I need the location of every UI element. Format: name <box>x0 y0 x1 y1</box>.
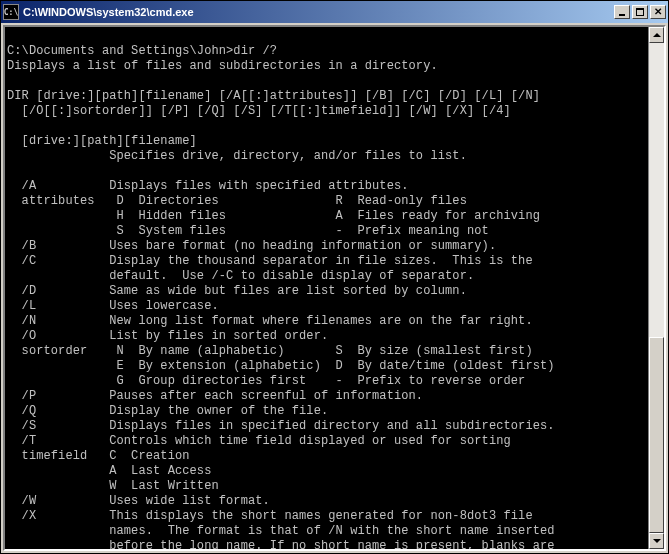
window-title: C:\WINDOWS\system32\cmd.exe <box>23 6 612 18</box>
maximize-button[interactable] <box>632 5 648 19</box>
scroll-down-button[interactable] <box>649 533 664 549</box>
svg-rect-1 <box>637 10 644 16</box>
scroll-track[interactable] <box>649 43 664 533</box>
minimize-icon <box>618 8 626 16</box>
scroll-thumb[interactable] <box>649 337 664 533</box>
minimize-button[interactable] <box>614 5 630 19</box>
svg-rect-0 <box>619 14 625 16</box>
terminal-output[interactable]: C:\Documents and Settings\John>dir /? Di… <box>5 27 648 549</box>
arrow-up-icon <box>653 33 661 37</box>
vertical-scrollbar[interactable] <box>648 27 664 549</box>
cmd-window: C:\ C:\WINDOWS\system32\cmd.exe ✕ C:\Doc… <box>0 0 669 554</box>
arrow-down-icon <box>653 539 661 543</box>
app-icon: C:\ <box>3 4 19 20</box>
maximize-icon <box>636 8 644 16</box>
scroll-up-button[interactable] <box>649 27 664 43</box>
client-area: C:\Documents and Settings\John>dir /? Di… <box>3 25 666 551</box>
close-button[interactable]: ✕ <box>650 5 666 19</box>
titlebar[interactable]: C:\ C:\WINDOWS\system32\cmd.exe ✕ <box>1 1 668 23</box>
close-icon: ✕ <box>654 7 662 17</box>
